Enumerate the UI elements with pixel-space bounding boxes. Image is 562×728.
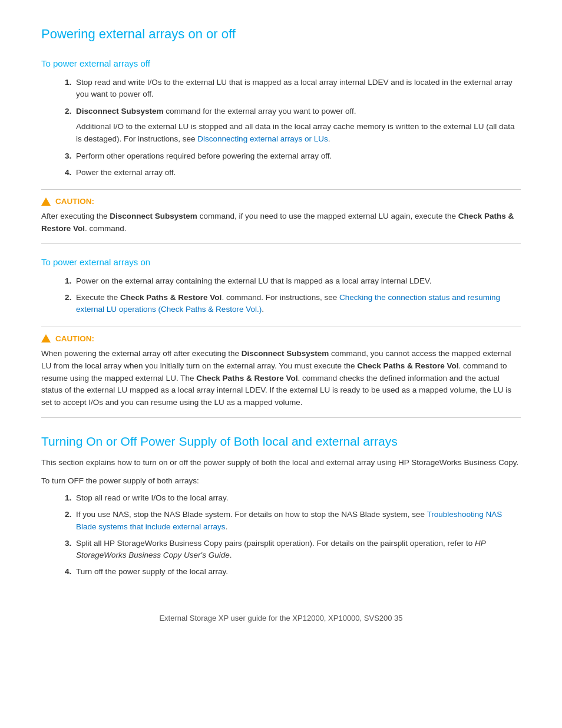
sub-title-1: To power external arrays off bbox=[41, 58, 521, 68]
disconnect-link[interactable]: Disconnecting external arrays or LUs bbox=[197, 134, 328, 143]
sub-title-2: To power external arrays on bbox=[41, 257, 521, 267]
page-container: Powering external arrays on or off To po… bbox=[0, 0, 562, 652]
footer-text: External Storage XP user guide for the X… bbox=[159, 614, 402, 622]
page-title: Powering external arrays on or off bbox=[41, 27, 521, 42]
list-item: If you use NAS, stop the NAS Blade syste… bbox=[74, 509, 521, 533]
item2-para: Additional I/O to the external LU is sto… bbox=[76, 121, 521, 146]
list-item: Disconnect Subsystem command for the ext… bbox=[74, 106, 521, 146]
page-title-2: Turning On or Off Power Supply of Both l… bbox=[41, 434, 521, 449]
section3-list: Stop all read or write I/Os to the local… bbox=[74, 492, 521, 578]
caution-label-1: CAUTION: bbox=[41, 197, 521, 206]
list-item: Execute the Check Paths & Restore Vol. c… bbox=[74, 292, 521, 316]
check-paths-bold: Check Paths & Restore Vol bbox=[120, 293, 222, 302]
list-item: Perform other operations required before… bbox=[74, 150, 521, 162]
bold-disconnect: Disconnect Subsystem bbox=[76, 107, 164, 116]
section3-intro2: To turn OFF the power supply of both arr… bbox=[41, 475, 521, 487]
list-item: Turn off the power supply of the local a… bbox=[74, 566, 521, 578]
section2-list: Power on the external array containing t… bbox=[74, 275, 521, 316]
section1-list: Stop read and write I/Os to the external… bbox=[74, 77, 521, 179]
caution-box-2: CAUTION: When powering the external arra… bbox=[41, 327, 521, 419]
caution1-bold1: Disconnect Subsystem bbox=[110, 212, 197, 220]
caution2-bold3: Check Paths & Restore Vol bbox=[196, 374, 297, 383]
caution-label-2: CAUTION: bbox=[41, 334, 521, 343]
page-footer: External Storage XP user guide for the X… bbox=[41, 614, 521, 622]
caution-triangle-icon bbox=[41, 197, 51, 206]
caution2-bold1: Disconnect Subsystem bbox=[242, 349, 329, 358]
caution2-bold2: Check Paths & Restore Vol bbox=[357, 361, 458, 370]
list-item: Stop all read or write I/Os to the local… bbox=[74, 492, 521, 504]
caution-box-1: CAUTION: After executing the Disconnect … bbox=[41, 189, 521, 244]
list-item: Split all HP StorageWorks Business Copy … bbox=[74, 538, 521, 562]
caution2-text: When powering the external array off aft… bbox=[41, 348, 521, 410]
caution-triangle-icon-2 bbox=[41, 334, 51, 342]
section3-intro: This section explains how to turn on or … bbox=[41, 457, 521, 469]
caution1-text: After executing the Disconnect Subsystem… bbox=[41, 210, 521, 235]
list-item: Power the external array off. bbox=[74, 167, 521, 179]
list-item: Power on the external array containing t… bbox=[74, 275, 521, 287]
list-item: Stop read and write I/Os to the external… bbox=[74, 77, 521, 101]
